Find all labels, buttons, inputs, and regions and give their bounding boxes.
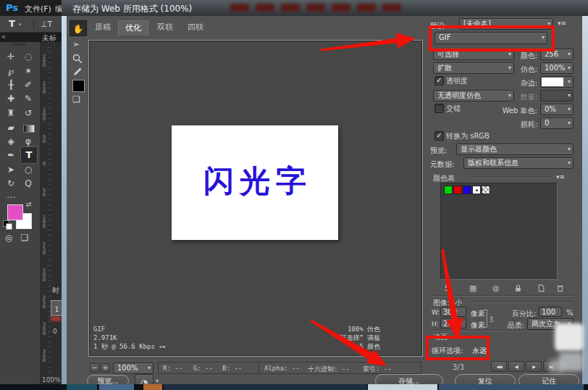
plus-icon: +	[103, 364, 109, 371]
readout-g: G: --	[193, 365, 213, 372]
new-color-icon[interactable]	[537, 284, 545, 292]
type-tool-selected[interactable]: T	[20, 146, 38, 164]
optimize-status-left: GIF 2.971K 1 秒 @ 56.6 Kbps ▾≡	[93, 325, 166, 352]
delete-color-icon[interactable]	[556, 284, 564, 292]
websafe-icon[interactable]: ◍	[492, 283, 500, 293]
color-swatch-green[interactable]	[444, 186, 453, 194]
srgb-checkbox[interactable]: ✓	[434, 131, 444, 141]
color-swatch-blue[interactable]	[463, 186, 471, 194]
toggle-slices-icon[interactable]: ❏	[72, 94, 80, 104]
lossy-dropdown[interactable]: 0	[540, 117, 574, 129]
pen-tool-icon[interactable]: ✒	[4, 149, 18, 161]
zoom-in-button[interactable]: +	[101, 363, 110, 373]
percent-value: 100	[542, 308, 555, 316]
zoom-level-dropdown[interactable]: 100%	[113, 362, 154, 374]
dither-dropdown[interactable]: 100%	[540, 62, 574, 74]
tab-original[interactable]: 原稿	[88, 20, 117, 35]
blurred-cursor-artifact	[555, 323, 584, 351]
rotate-view-tool-icon[interactable]: ↻	[4, 178, 18, 189]
menu-edit-partial[interactable]: 编	[55, 4, 62, 14]
taskbar-thumb[interactable]	[67, 384, 97, 390]
menu-file[interactable]: 文件(F)	[25, 4, 51, 14]
height-field[interactable]: 200	[440, 318, 466, 328]
zoom-tool-dialog-icon[interactable]	[72, 54, 83, 64]
first-frame-button[interactable]: ◀◀	[491, 361, 507, 372]
matte-swatch-dropdown[interactable]: ▾	[540, 76, 574, 88]
taskbar-thumb[interactable]	[439, 384, 584, 390]
text-orientation-icon[interactable]: ⊥T	[41, 20, 52, 29]
websnap-swatch-icon[interactable]: ▦	[469, 283, 476, 293]
gradient-tool-icon[interactable]	[23, 125, 35, 133]
screen-mode-icon[interactable]: ❏	[17, 232, 32, 244]
zoom-tool-icon[interactable]: Q	[20, 177, 36, 191]
metadata-dropdown[interactable]: 版权和联系信息	[463, 157, 574, 169]
preview-pane[interactable]: 闪光字 GIF 2.971K 1 秒 @ 56.6 Kbps ▾≡ 100% 仿…	[88, 40, 423, 357]
history-brush-tool-icon[interactable]: ↺	[21, 107, 35, 119]
marquee-tool-icon[interactable]: ◌	[21, 51, 35, 62]
taskbar-thumb[interactable]	[368, 384, 437, 390]
first-frame-icon: ◀◀	[496, 364, 501, 369]
web-snap-dropdown[interactable]: 0%	[540, 104, 574, 115]
taskbar-thumb[interactable]	[143, 384, 162, 390]
ruler-label: 100	[41, 215, 47, 228]
toolbox-grip[interactable]	[13, 43, 26, 46]
width-field[interactable]: 300	[440, 307, 466, 317]
browser-chevron-icon[interactable]: ▾	[156, 378, 159, 384]
dialog-titlebar[interactable]: 存储为 Web 所用格式 (100%)	[62, 0, 588, 17]
clone-stamp-tool-icon[interactable]: ♜	[4, 107, 18, 119]
interlaced-checkbox[interactable]	[434, 104, 444, 113]
magic-wand-tool-icon[interactable]: ✶	[21, 65, 35, 77]
shape-tool-icon[interactable]: ○	[21, 164, 35, 175]
transparency-dither-value: 无透明度仿色	[437, 91, 481, 99]
color-swatch-transparent[interactable]	[482, 186, 490, 194]
preview-menu-dropdown[interactable]: 显示器颜色	[456, 144, 574, 155]
swap-colors-icon[interactable]: ⇄	[26, 201, 32, 208]
eyedropper-color-swatch[interactable]	[72, 80, 85, 92]
eraser-tool-icon[interactable]: ▰	[4, 122, 18, 133]
eyedropper-tool-icon[interactable]: ✐	[21, 79, 35, 91]
play-button[interactable]: ▶	[526, 361, 542, 372]
preview-menu-value: 显示器颜色	[461, 145, 497, 153]
slice-select-tool-icon[interactable]: ➢	[72, 39, 80, 49]
quick-mask-icon[interactable]: ◎	[1, 232, 16, 244]
dither-method-dropdown[interactable]: 扩散	[433, 62, 514, 74]
transparency-checkbox[interactable]: ✓	[434, 76, 444, 86]
readout-alpha: Alpha: --	[264, 365, 300, 372]
hand-icon: ✋	[73, 24, 84, 34]
zoom-out-button[interactable]: −	[90, 363, 99, 373]
section-line	[471, 302, 574, 303]
percent-field[interactable]: 100	[539, 307, 562, 317]
more-tools-icon[interactable]: ⋯	[4, 191, 18, 203]
move-tool-icon[interactable]: ✛	[4, 51, 18, 62]
color-table-area[interactable]	[440, 183, 558, 280]
tab-4up[interactable]: 四联	[181, 20, 210, 35]
metadata-value: 版权和联系信息	[468, 159, 518, 167]
panel-collapse-icon[interactable]: «	[1, 33, 6, 41]
color-swatch-red[interactable]	[453, 186, 462, 194]
color-swatch-white[interactable]	[472, 186, 481, 194]
taskbar-thumb[interactable]	[164, 384, 366, 390]
foreground-color-swatch[interactable]	[7, 204, 23, 220]
tab-2up[interactable]: 双联	[151, 20, 180, 35]
panel-menu-icon[interactable]: ▾≡	[558, 20, 566, 27]
previous-frame-button[interactable]: ◀|	[508, 361, 524, 372]
dodge-tool-icon[interactable]: φ	[21, 136, 35, 147]
speed-menu-icon[interactable]: ▾≡	[159, 344, 166, 350]
dialog-hand-tool[interactable]: ✋	[70, 20, 87, 36]
path-select-tool-icon[interactable]: ➤	[4, 164, 18, 175]
taskbar-thumb[interactable]	[99, 384, 134, 390]
amount-dropdown	[540, 90, 574, 101]
smudge-tool-icon[interactable]: ◈	[4, 136, 18, 147]
color-table-menu-icon[interactable]: ▾≡	[556, 173, 565, 181]
tab-optimized[interactable]: 优化	[118, 20, 148, 36]
brush-tool-icon[interactable]: ✎	[21, 93, 35, 104]
type-tool-icon[interactable]: T	[9, 18, 15, 29]
transparency-dither-dropdown[interactable]: 无透明度仿色	[433, 90, 514, 101]
blurred-titlebar-item	[357, 4, 376, 12]
status-rate: 1 秒 @ 56.6 Kbps	[93, 343, 155, 350]
lock-color-icon[interactable]	[514, 284, 522, 292]
eyedropper-dialog-icon[interactable]	[72, 67, 83, 77]
healing-tool-icon[interactable]: ✚	[4, 93, 18, 104]
lasso-tool-icon[interactable]: ℘	[4, 65, 18, 77]
crop-tool-icon[interactable]: ╂	[4, 79, 18, 91]
